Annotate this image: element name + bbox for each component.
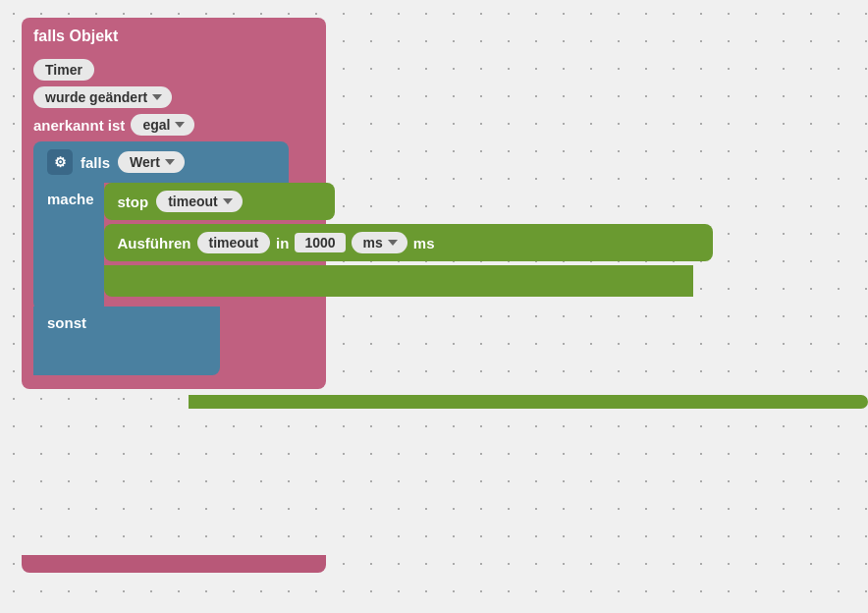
number-value[interactable]: 1000 [295, 233, 345, 252]
egal-label: egal [142, 117, 170, 133]
ms-dropdown[interactable]: ms [352, 232, 407, 253]
wert-dropdown[interactable]: Wert [118, 151, 185, 173]
ms-arrow-icon [388, 240, 398, 246]
ausfuhren-label: Ausführen [118, 235, 191, 251]
wurde-row: wurde geändert [33, 86, 314, 108]
stop-label: stop [118, 194, 149, 210]
ausfuhren-block: Ausführen timeout in 1000 ms ms [104, 224, 713, 261]
header-row: falls Objekt [33, 28, 314, 53]
wert-label: Wert [130, 154, 160, 170]
mache-label: mache [47, 191, 94, 207]
wurde-arrow-icon [152, 94, 162, 100]
outer-block-bottom [22, 555, 326, 573]
anerkannt-row: anerkannt ist egal [33, 114, 314, 136]
in-label: in [276, 235, 289, 251]
mache-section: mache stop timeout Ausführen timeout [33, 183, 314, 310]
timer-label: Timer [45, 62, 82, 78]
gear-icon: ⚙ [47, 149, 73, 175]
if-header-row: ⚙ falls Wert [33, 141, 289, 183]
blocks-canvas: falls Objekt Timer wurde geändert anerka… [0, 0, 868, 613]
timer-pill[interactable]: Timer [33, 59, 94, 81]
anerkannt-label: anerkannt ist [33, 117, 125, 134]
ms-label-2: ms [413, 235, 435, 251]
green-extension-bar [189, 395, 868, 409]
timeout1-arrow-icon [223, 198, 233, 204]
green-connector [104, 265, 693, 297]
wert-arrow-icon [165, 159, 175, 165]
wurde-dropdown[interactable]: wurde geändert [33, 86, 172, 108]
falls-objekt-label: falls Objekt [33, 28, 118, 45]
timeout-label-1: timeout [168, 194, 218, 209]
sonst-panel: sonst [33, 306, 220, 375]
timeout-pill-2[interactable]: timeout [197, 232, 271, 253]
green-blocks-area: stop timeout Ausführen timeout in 1000 [104, 183, 713, 297]
timer-row: Timer [33, 59, 314, 81]
timeout-label-2: timeout [209, 235, 259, 251]
falls-inner-label: falls [81, 154, 110, 171]
egal-arrow-icon [175, 122, 185, 128]
sonst-section: sonst [33, 306, 314, 375]
ms-label-1: ms [363, 235, 383, 251]
timeout-dropdown-1[interactable]: timeout [156, 191, 243, 212]
egal-dropdown[interactable]: egal [131, 114, 194, 136]
wurde-label: wurde geändert [45, 89, 147, 105]
sonst-label: sonst [47, 314, 86, 331]
outer-block: falls Objekt Timer wurde geändert anerka… [22, 18, 326, 389]
stop-block: stop timeout [104, 183, 335, 220]
mache-left-panel: mache [33, 183, 104, 310]
